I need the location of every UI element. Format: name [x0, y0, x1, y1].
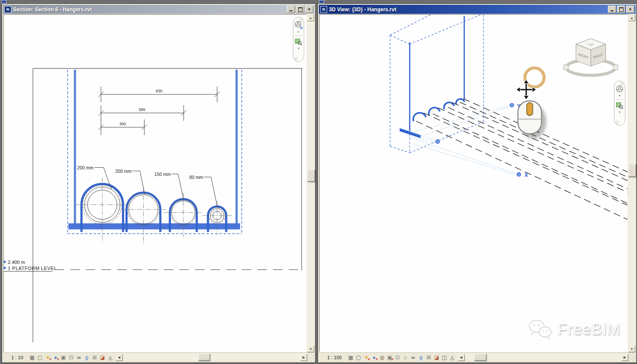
view-control-bar-container: 1 : 100 ▦▢☀×●×◍▣×⊡⌂∞ϙ⊞◪◫◬ ◀ ▶: [319, 352, 636, 362]
show-crop-region-icon[interactable]: ⊡: [68, 354, 75, 361]
temporary-hide-isolate-icon[interactable]: ∞: [410, 354, 417, 361]
detail-level-icon-glyph: ▦: [30, 355, 34, 360]
drag-handle[interactable]: [436, 140, 440, 143]
level-marker: [4, 266, 7, 270]
displacement-sets-icon[interactable]: ◫: [441, 354, 448, 361]
horizontal-scroll-thumb[interactable]: [198, 354, 210, 361]
horizontal-scrollbar[interactable]: ◀ ▶: [458, 354, 628, 361]
close-button[interactable]: ×: [626, 6, 634, 13]
pipe-label: 200 mm: [115, 169, 132, 174]
navigation-bar[interactable]: ▾ ▾: [614, 81, 625, 126]
reveal-hidden-elements-icon[interactable]: ϙ: [83, 354, 91, 361]
scroll-up-button[interactable]: ▲: [628, 14, 635, 21]
scale-button[interactable]: 1 : 100: [319, 355, 346, 360]
scroll-down-button[interactable]: ▼: [307, 345, 314, 352]
pipe-label: 150 mm: [154, 172, 171, 177]
pipe-straps-3d[interactable]: [411, 98, 464, 121]
hanger-rail[interactable]: [69, 223, 240, 229]
scale-button[interactable]: 1 : 10: [3, 355, 28, 360]
steering-wheel-2d-icon[interactable]: 2D: [294, 21, 303, 29]
resize-grip[interactable]: [307, 354, 315, 361]
scroll-up-button[interactable]: ▲: [307, 14, 314, 21]
navigation-bar[interactable]: 2D ▾ ▾: [293, 17, 304, 62]
steering-wheel-icon[interactable]: [615, 84, 624, 93]
scroll-right-button[interactable]: ▶: [621, 354, 628, 361]
scroll-right-button[interactable]: ▶: [300, 354, 307, 361]
shadows-icon[interactable]: ●×: [371, 354, 378, 361]
dimension-value: 300: [119, 122, 126, 126]
reveal-hidden-elements-icon[interactable]: ϙ: [417, 354, 425, 361]
show-rendering-dialog-icon[interactable]: ◍: [378, 354, 386, 361]
handle-leaders: [406, 106, 516, 175]
crop-view-icon[interactable]: ▣×: [386, 354, 394, 361]
horizontal-scrollbar[interactable]: ◀ ▶: [116, 354, 307, 361]
viewcube[interactable]: TOP FRONT RIGHT: [564, 39, 618, 75]
show-crop-region-icon[interactable]: ⊡: [394, 354, 401, 361]
vertical-scroll-thumb[interactable]: [628, 164, 636, 177]
section-canvas[interactable]: 830 585 300 200 mm 200 mm 150 mm 80 mm: [3, 14, 307, 352]
visual-style-icon[interactable]: ▢: [36, 354, 44, 361]
close-button[interactable]: ×: [305, 6, 313, 13]
visual-style-icon-glyph: ▢: [356, 355, 361, 360]
revit-file-icon: R: [320, 6, 327, 13]
viewport-border: [33, 68, 302, 342]
dimension-lines[interactable]: [99, 87, 220, 135]
temporary-hide-isolate-icon[interactable]: ∞: [76, 354, 83, 361]
3d-window-titlebar[interactable]: R 3D View: {3D} - Hangers.rvt ×: [319, 5, 636, 14]
scroll-left-button[interactable]: ◀: [458, 354, 465, 361]
reveal-constraints-icon[interactable]: ◪: [99, 354, 106, 361]
shadows-icon-off-badge: ×: [375, 358, 378, 361]
temporary-view-properties-icon[interactable]: ⊞: [91, 354, 99, 361]
compass-nub[interactable]: [614, 65, 618, 70]
temporary-hide-isolate-icon-glyph: ∞: [411, 355, 415, 360]
dimension-value: 585: [139, 107, 145, 112]
analytical-model-icon[interactable]: ◬: [107, 354, 114, 361]
sun-path-icon[interactable]: ☀×: [363, 354, 370, 361]
zoom-region-icon[interactable]: [616, 102, 624, 110]
pan-cursor-icon: [516, 80, 536, 100]
zoom-options-caret[interactable]: ▾: [619, 110, 621, 114]
3d-drawing: Y X TOP FRONT RIGHT: [320, 15, 627, 352]
analytical-model-icon-glyph: ◬: [108, 355, 112, 360]
analytical-model-icon[interactable]: ◬: [449, 354, 456, 361]
minimize-button[interactable]: [287, 6, 295, 13]
section-window-content: 830 585 300 200 mm 200 mm 150 mm 80 mm: [3, 14, 315, 362]
sun-path-icon[interactable]: ☀×: [44, 354, 52, 361]
highlight-ring: [525, 68, 544, 87]
3d-window-content: Y X TOP FRONT RIGHT: [319, 14, 636, 362]
wheel-options-caret[interactable]: ▾: [298, 30, 299, 33]
compass-nub[interactable]: [564, 65, 568, 70]
maximize-button[interactable]: [617, 6, 625, 13]
minimize-button[interactable]: [608, 6, 616, 13]
crop-view-icon[interactable]: ▣: [60, 354, 67, 361]
section-window-titlebar[interactable]: R Section: Section 6 - Hangers.rvt ×: [3, 5, 315, 14]
detail-level-icon[interactable]: ▦: [347, 354, 355, 361]
selected-wall-edges[interactable]: [410, 16, 464, 131]
zoom-region-icon[interactable]: [295, 38, 302, 46]
drag-handle-y[interactable]: [510, 103, 514, 107]
vertical-scroll-thumb[interactable]: [307, 169, 315, 182]
pipes-section[interactable]: [83, 185, 226, 225]
detail-level-icon[interactable]: ▦: [29, 354, 36, 361]
wheel-options-caret[interactable]: ▾: [619, 94, 621, 97]
section-view-window: R Section: Section 6 - Hangers.rvt ×: [2, 3, 316, 363]
unlocked-3d-view-icon[interactable]: ⌂: [402, 354, 409, 361]
zoom-options-caret[interactable]: ▾: [298, 47, 299, 50]
temporary-view-properties-icon[interactable]: ⊞: [425, 354, 433, 361]
maximize-button[interactable]: [296, 6, 304, 13]
vertical-scrollbar[interactable]: ▲ ▼: [628, 14, 636, 352]
3d-canvas[interactable]: Y X TOP FRONT RIGHT: [319, 14, 628, 352]
shadows-icon[interactable]: ●×: [52, 354, 59, 361]
temporary-view-properties-icon-glyph: ⊞: [427, 355, 431, 360]
vertical-scrollbar[interactable]: ▲ ▼: [307, 14, 315, 352]
scroll-left-button[interactable]: ◀: [116, 354, 123, 361]
horizontal-scroll-thumb[interactable]: [474, 354, 486, 361]
crop-view-icon-glyph: ▣: [61, 355, 66, 360]
visual-style-icon[interactable]: ▢: [355, 354, 362, 361]
scroll-down-button[interactable]: ▼: [628, 345, 635, 352]
reveal-hidden-elements-icon-glyph: ϙ: [85, 355, 89, 360]
dimension-value: 830: [156, 89, 162, 93]
reveal-constraints-icon[interactable]: ◪: [433, 354, 440, 361]
resize-grip[interactable]: [628, 354, 636, 361]
drag-handle-x[interactable]: [517, 172, 521, 176]
